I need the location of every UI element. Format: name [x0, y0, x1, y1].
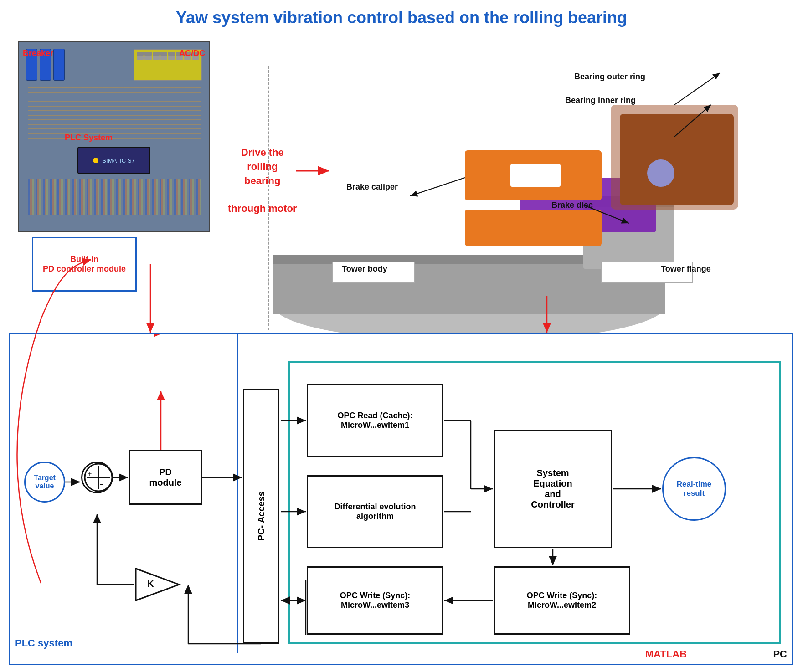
acdc-label: AC/DC: [179, 49, 205, 58]
drive-arrow: [296, 166, 333, 175]
opc-read-box: OPC Read (Cache): MicroW...ewItem1: [307, 384, 443, 457]
pc-access-label: PC- Access: [256, 491, 267, 541]
k-gain-triangle: K: [134, 566, 184, 603]
svg-rect-9: [465, 150, 602, 200]
tower-flange-label: Tower flange: [661, 264, 711, 274]
pc-footer-label: PC: [773, 648, 787, 660]
pd-module-box: PD module: [129, 450, 202, 505]
svg-rect-4: [273, 255, 665, 314]
drive-text: Drive the rolling bearing through motor: [228, 146, 297, 216]
svg-rect-5: [273, 255, 665, 264]
target-value: Target value: [24, 462, 65, 503]
svg-line-16: [674, 105, 711, 137]
svg-point-3: [273, 269, 665, 333]
sum-junction-symbol: + −: [82, 462, 112, 493]
svg-marker-26: [136, 569, 179, 600]
pd-controller-label: Built-inPD controller module: [43, 255, 126, 274]
bottom-section: PLC system PC MATLAB Target value + − PD…: [9, 333, 793, 665]
svg-text:+: +: [88, 470, 92, 477]
bearing-outer-ring-label: Bearing outer ring: [574, 72, 645, 82]
top-section: SIMATIC S7 Breaker AC/DC PLC System Buil…: [0, 32, 803, 314]
svg-rect-6: [583, 200, 674, 269]
svg-rect-10: [510, 164, 561, 187]
svg-rect-7: [583, 196, 674, 207]
sum-junction: + −: [81, 462, 113, 493]
svg-rect-11: [465, 210, 602, 246]
svg-rect-13: [611, 105, 738, 210]
diff-evo-box: Differential evolution algorithm: [307, 475, 443, 548]
svg-line-15: [674, 73, 720, 105]
matlab-label: MATLAB: [645, 648, 687, 660]
bearing-diagram: [264, 59, 775, 333]
bearing-inner-ring-label: Bearing inner ring: [565, 96, 636, 105]
plc-photo: SIMATIC S7 Breaker AC/DC PLC System: [18, 41, 210, 232]
plc-device: SIMATIC S7: [77, 147, 150, 174]
plc-photo-panel: SIMATIC S7 Breaker AC/DC PLC System Buil…: [18, 41, 237, 314]
opc-write-bottom-box: OPC Write (Sync): MicroW...ewItem3: [307, 566, 443, 635]
plc-system-label: PLC System: [65, 133, 113, 143]
pd-controller-box: Built-inPD controller module: [32, 237, 137, 292]
tower-body-label: Tower body: [342, 264, 387, 274]
svg-text:−: −: [100, 481, 103, 488]
sys-eq-box: System Equation and Controller: [494, 430, 612, 548]
opc-write-right-box: OPC Write (Sync): MicroW...ewItem2: [494, 566, 630, 635]
realtime-result: Real-time result: [662, 457, 726, 521]
svg-line-17: [410, 178, 465, 196]
svg-rect-12: [620, 114, 734, 205]
page-title: Yaw system vibration control based on th…: [0, 0, 803, 32]
brake-disc-label: Brake disc: [551, 200, 593, 210]
brake-caliper-label: Brake caliper: [346, 182, 398, 192]
svg-point-14: [647, 159, 674, 187]
plc-system-footer-label: PLC system: [15, 637, 72, 649]
breaker-label: Breaker: [23, 49, 53, 58]
pc-access-box: PC- Access: [243, 389, 279, 644]
svg-text:K: K: [147, 579, 154, 589]
